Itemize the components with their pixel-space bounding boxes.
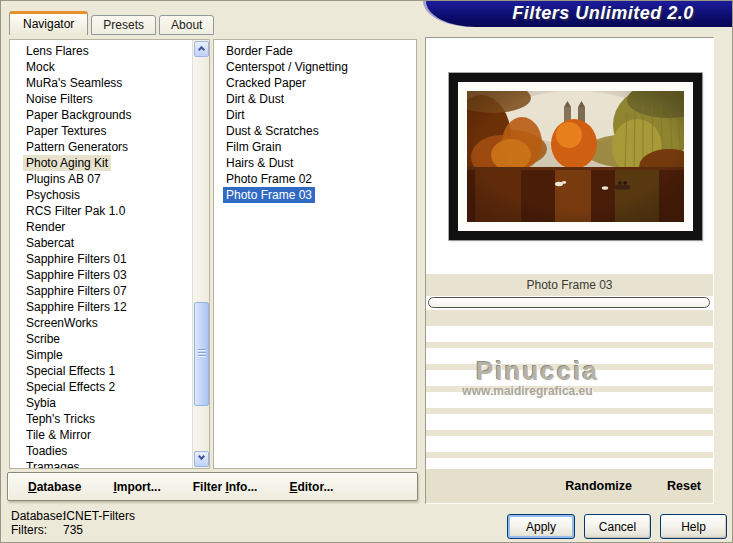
- status-database-value: ICNET-Filters: [63, 509, 135, 523]
- list-item-label: MuRa's Seamless: [23, 75, 125, 91]
- app-title: Filters Unlimited 2.0: [426, 1, 733, 26]
- import-button[interactable]: Import...: [113, 480, 160, 494]
- preview-panel: Photo Frame 03 Pinuccia www.maidiregrafi…: [425, 37, 714, 504]
- list-item-label: Special Effects 1: [23, 363, 118, 379]
- list-item-label: Plugins AB 07: [23, 171, 104, 187]
- bottom-toolbar: Database Import... Filter Info... Editor…: [7, 472, 418, 501]
- list-item-label: Dirt & Dust: [223, 91, 287, 107]
- list-item[interactable]: Plugins AB 07: [10, 171, 192, 187]
- list-item[interactable]: Simple: [10, 347, 192, 363]
- list-item[interactable]: Paper Backgrounds: [10, 107, 192, 123]
- list-item[interactable]: Psychosis: [10, 187, 192, 203]
- category-listbox: Lens FlaresMockMuRa's SeamlessNoise Filt…: [9, 39, 210, 469]
- list-item[interactable]: Pattern Generators: [10, 139, 192, 155]
- filter-info-button[interactable]: Filter Info...: [193, 480, 258, 494]
- list-item[interactable]: Sapphire Filters 01: [10, 251, 192, 267]
- filter-parameter-slider[interactable]: [428, 297, 710, 308]
- list-item[interactable]: RCS Filter Pak 1.0: [10, 203, 192, 219]
- watermark-site: www.maidiregrafica.eu: [384, 384, 671, 398]
- tab-about[interactable]: About: [159, 15, 214, 35]
- reset-button[interactable]: Reset: [667, 479, 701, 493]
- list-item[interactable]: Noise Filters: [10, 91, 192, 107]
- list-item[interactable]: Sapphire Filters 12: [10, 299, 192, 315]
- tab-strip: Navigator Presets About: [9, 11, 214, 35]
- list-item[interactable]: Teph's Tricks: [10, 411, 192, 427]
- list-item[interactable]: ScreenWorks: [10, 315, 192, 331]
- tab-navigator[interactable]: Navigator: [9, 11, 88, 35]
- list-item[interactable]: Film Grain: [214, 139, 416, 155]
- list-item-label: Cracked Paper: [223, 75, 309, 91]
- tab-presets[interactable]: Presets: [91, 15, 156, 35]
- list-item-label: Dust & Scratches: [223, 123, 322, 139]
- list-item[interactable]: Lens Flares: [10, 43, 192, 59]
- list-item-label: Toadies: [23, 443, 70, 459]
- filters-unlimited-dialog: Navigator Presets About Filters Unlimite…: [0, 0, 733, 543]
- list-item-label: Paper Backgrounds: [23, 107, 134, 123]
- list-item[interactable]: Sapphire Filters 07: [10, 283, 192, 299]
- list-item-label: Tramages: [23, 459, 83, 469]
- scrollbar-grip-icon: [198, 349, 206, 358]
- list-item[interactable]: Dust & Scratches: [214, 123, 416, 139]
- list-item[interactable]: Dirt & Dust: [214, 91, 416, 107]
- list-item[interactable]: Photo Frame 03: [214, 187, 416, 203]
- list-item[interactable]: Sapphire Filters 03: [10, 267, 192, 283]
- status-database-label: Database:: [11, 509, 63, 523]
- list-item[interactable]: Special Effects 2: [10, 379, 192, 395]
- list-item-label: Sapphire Filters 12: [23, 299, 130, 315]
- preview-image: [449, 73, 702, 240]
- list-item[interactable]: Dirt: [214, 107, 416, 123]
- list-item[interactable]: Centerspot / Vignetting: [214, 59, 416, 75]
- filter-items: Border FadeCenterspot / VignettingCracke…: [214, 43, 416, 203]
- empty-parameter-band: [426, 310, 713, 326]
- list-item[interactable]: Special Effects 1: [10, 363, 192, 379]
- list-item[interactable]: Render: [10, 219, 192, 235]
- list-item-label: Photo Frame 03: [223, 187, 315, 203]
- selected-filter-label: Photo Frame 03: [426, 274, 713, 296]
- list-item-label: Mock: [23, 59, 58, 75]
- editor-button[interactable]: Editor...: [289, 480, 333, 494]
- list-item[interactable]: Hairs & Dust: [214, 155, 416, 171]
- list-item[interactable]: Photo Aging Kit: [10, 155, 192, 171]
- list-item-label: Simple: [23, 347, 66, 363]
- list-item[interactable]: Cracked Paper: [214, 75, 416, 91]
- list-item-label: ScreenWorks: [23, 315, 101, 331]
- apply-button[interactable]: Apply: [507, 514, 575, 539]
- list-item[interactable]: Tramages: [10, 459, 192, 469]
- list-item[interactable]: MuRa's Seamless: [10, 75, 192, 91]
- help-button[interactable]: Help: [660, 514, 727, 539]
- list-item[interactable]: Sabercat: [10, 235, 192, 251]
- randomize-button[interactable]: Randomize: [565, 479, 632, 493]
- list-item-label: Film Grain: [223, 139, 284, 155]
- list-item[interactable]: Photo Frame 02: [214, 171, 416, 187]
- slider-row: [426, 296, 713, 310]
- list-item[interactable]: Paper Textures: [10, 123, 192, 139]
- panel-footer: Randomize Reset: [426, 469, 713, 503]
- list-item-label: Psychosis: [23, 187, 83, 203]
- title-banner: Filters Unlimited 2.0: [423, 1, 733, 27]
- list-item-label: Dirt: [223, 107, 248, 123]
- list-item[interactable]: Toadies: [10, 443, 192, 459]
- scroll-down-button[interactable]: [194, 451, 209, 467]
- list-item[interactable]: Tile & Mirror: [10, 427, 192, 443]
- list-item[interactable]: Sybia: [10, 395, 192, 411]
- status-filters-label: Filters:: [11, 523, 63, 537]
- autumn-park-photo: [467, 91, 684, 222]
- list-item[interactable]: Border Fade: [214, 43, 416, 59]
- status-area: Database: ICNET-Filters Filters: 735: [11, 509, 135, 537]
- list-item-label: Photo Frame 02: [223, 171, 315, 187]
- list-item[interactable]: Mock: [10, 59, 192, 75]
- database-button[interactable]: Database: [28, 480, 81, 494]
- list-item-label: Special Effects 2: [23, 379, 118, 395]
- cancel-button[interactable]: Cancel: [584, 514, 651, 539]
- list-item-label: Photo Aging Kit: [23, 155, 111, 171]
- scrollbar-thumb[interactable]: [194, 302, 209, 406]
- list-item-label: Sapphire Filters 01: [23, 251, 130, 267]
- chevron-down-icon: [198, 453, 205, 460]
- category-scrollbar[interactable]: [192, 40, 209, 468]
- list-item-label: Noise Filters: [23, 91, 96, 107]
- list-item-label: Sabercat: [23, 235, 77, 251]
- scroll-up-button[interactable]: [194, 41, 209, 57]
- list-item-label: RCS Filter Pak 1.0: [23, 203, 128, 219]
- filter-listbox: Border FadeCenterspot / VignettingCracke…: [213, 39, 417, 469]
- list-item[interactable]: Scribe: [10, 331, 192, 347]
